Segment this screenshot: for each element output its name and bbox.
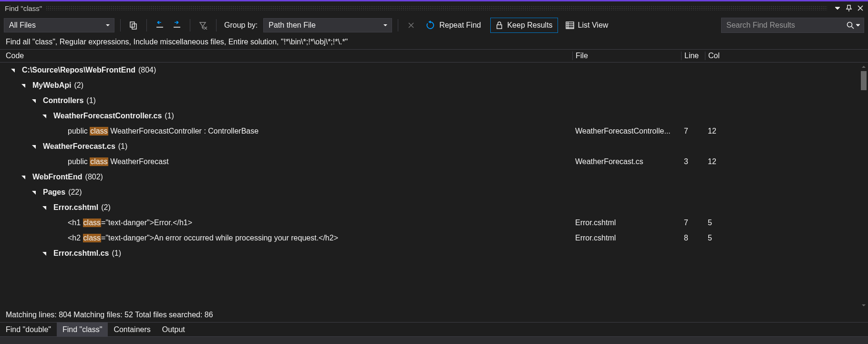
group-label: MyWebApi xyxy=(32,81,71,90)
window-title: Find "class" xyxy=(5,4,42,12)
close-icon[interactable] xyxy=(856,3,865,13)
match-file: WeatherForecastControlle... xyxy=(572,127,681,136)
scope-dropdown-label: All Files xyxy=(9,21,36,30)
search-description: Find all "class", Regular expressions, I… xyxy=(0,36,868,49)
expand-caret-icon[interactable] xyxy=(31,143,37,150)
match-col: 5 xyxy=(705,234,732,242)
find-results-window: Find "class" All Files xyxy=(0,0,868,344)
expand-caret-icon[interactable] xyxy=(20,82,27,89)
match-line: 7 xyxy=(681,219,705,227)
match-highlight: class xyxy=(90,157,108,166)
expand-caret-icon[interactable] xyxy=(10,67,16,73)
match-post: ="text-danger">Error.</h1> xyxy=(101,219,192,227)
scroll-down-icon[interactable] xyxy=(859,301,868,310)
repeat-find-button[interactable]: Repeat Find xyxy=(426,21,481,30)
group-label: WeatherForecast.cs xyxy=(43,142,115,151)
previous-result-icon[interactable] xyxy=(153,18,167,32)
group-count: (1) xyxy=(86,96,96,105)
chevron-down-icon xyxy=(383,23,388,28)
results-area: C:\Source\Repos\WebFrontEnd (804)MyWebAp… xyxy=(0,63,868,310)
match-pre: public xyxy=(68,127,90,136)
repeat-find-label: Repeat Find xyxy=(439,21,481,30)
expand-caret-icon[interactable] xyxy=(41,204,48,211)
expand-caret-icon[interactable] xyxy=(41,250,48,257)
lock-icon xyxy=(496,21,503,29)
result-group[interactable]: WebFrontEnd (802) xyxy=(0,169,859,185)
keep-results-toggle[interactable]: Keep Results xyxy=(490,18,558,33)
result-group[interactable]: Error.cshtml.cs (1) xyxy=(0,246,859,261)
pin-icon[interactable] xyxy=(844,3,854,13)
match-file: Error.cshtml xyxy=(572,219,681,227)
expand-caret-icon[interactable] xyxy=(41,113,48,119)
copy-icon[interactable] xyxy=(126,18,141,32)
match-highlight: class xyxy=(83,234,101,242)
window-menu-icon[interactable] xyxy=(833,3,842,13)
list-view-label: List View xyxy=(578,21,609,30)
groupby-dropdown[interactable]: Path then File xyxy=(263,18,392,32)
result-group[interactable]: Controllers (1) xyxy=(0,93,859,108)
result-match[interactable]: public class WeatherForecastController :… xyxy=(0,124,859,139)
toolbar: All Files xyxy=(0,15,868,36)
svg-rect-11 xyxy=(497,25,502,29)
vertical-scrollbar[interactable] xyxy=(859,63,868,310)
column-file[interactable]: File xyxy=(572,52,681,60)
result-match[interactable]: <h2 class="text-danger">An error occurre… xyxy=(0,230,859,246)
group-label: Controllers xyxy=(43,96,83,105)
group-count: (22) xyxy=(68,188,82,197)
group-label: Error.cshtml.cs xyxy=(53,249,109,258)
output-tab[interactable]: Find "double" xyxy=(0,323,57,336)
result-group[interactable]: MyWebApi (2) xyxy=(0,78,859,93)
group-count: (2) xyxy=(74,81,83,90)
group-label: WebFrontEnd xyxy=(32,173,83,181)
status-bar: Matching lines: 804 Matching files: 52 T… xyxy=(0,310,868,322)
keep-results-label: Keep Results xyxy=(507,21,552,30)
groupby-label: Group by: xyxy=(224,21,258,30)
scroll-up-icon[interactable] xyxy=(859,63,868,71)
bottom-gap xyxy=(0,336,868,344)
separator xyxy=(146,19,147,31)
scrollbar-thumb[interactable] xyxy=(861,71,867,90)
match-pre: public xyxy=(68,157,90,166)
search-find-results-input[interactable]: Search Find Results xyxy=(721,18,864,33)
separator xyxy=(216,19,217,31)
result-group[interactable]: C:\Source\Repos\WebFrontEnd (804) xyxy=(0,63,859,78)
column-code[interactable]: Code xyxy=(0,52,572,60)
titlebar-grip[interactable] xyxy=(46,6,827,10)
next-result-icon[interactable] xyxy=(170,18,184,32)
group-label: C:\Source\Repos\WebFrontEnd xyxy=(22,66,135,74)
result-group[interactable]: Error.cshtml (2) xyxy=(0,200,859,215)
match-col: 12 xyxy=(705,157,732,166)
output-tab[interactable]: Find "class" xyxy=(57,323,108,336)
group-count: (2) xyxy=(101,203,111,212)
cancel-search-icon[interactable] xyxy=(404,18,418,32)
match-line: 3 xyxy=(681,157,705,166)
separator xyxy=(398,19,398,31)
chevron-down-icon xyxy=(856,23,860,27)
list-icon xyxy=(566,21,574,29)
match-post: WeatherForecast xyxy=(108,157,169,166)
match-post: WeatherForecastController : ControllerBa… xyxy=(108,127,258,136)
column-line[interactable]: Line xyxy=(681,52,705,60)
result-group[interactable]: Pages (22) xyxy=(0,185,859,200)
group-label: WeatherForecastController.cs xyxy=(53,112,162,120)
match-pre: <h1 xyxy=(68,219,83,227)
expand-caret-icon[interactable] xyxy=(31,189,37,196)
separator xyxy=(120,19,121,31)
result-match[interactable]: public class WeatherForecastWeatherForec… xyxy=(0,154,859,169)
group-count: (802) xyxy=(85,173,103,181)
groupby-value: Path then File xyxy=(269,21,316,30)
match-file: WeatherForecast.cs xyxy=(572,157,681,166)
output-tab[interactable]: Containers xyxy=(108,323,156,336)
list-view-toggle[interactable]: List View xyxy=(566,21,609,30)
match-line: 7 xyxy=(681,127,705,136)
column-col[interactable]: Col xyxy=(705,52,732,60)
expand-caret-icon[interactable] xyxy=(31,97,37,104)
result-match[interactable]: <h1 class="text-danger">Error.</h1>Error… xyxy=(0,215,859,230)
scope-dropdown[interactable]: All Files xyxy=(4,18,114,32)
expand-caret-icon[interactable] xyxy=(20,174,27,180)
result-group[interactable]: WeatherForecast.cs (1) xyxy=(0,139,859,154)
clear-filter-icon[interactable] xyxy=(196,18,210,32)
result-group[interactable]: WeatherForecastController.cs (1) xyxy=(0,108,859,124)
output-tab[interactable]: Output xyxy=(156,323,191,336)
group-label: Error.cshtml xyxy=(53,203,98,212)
